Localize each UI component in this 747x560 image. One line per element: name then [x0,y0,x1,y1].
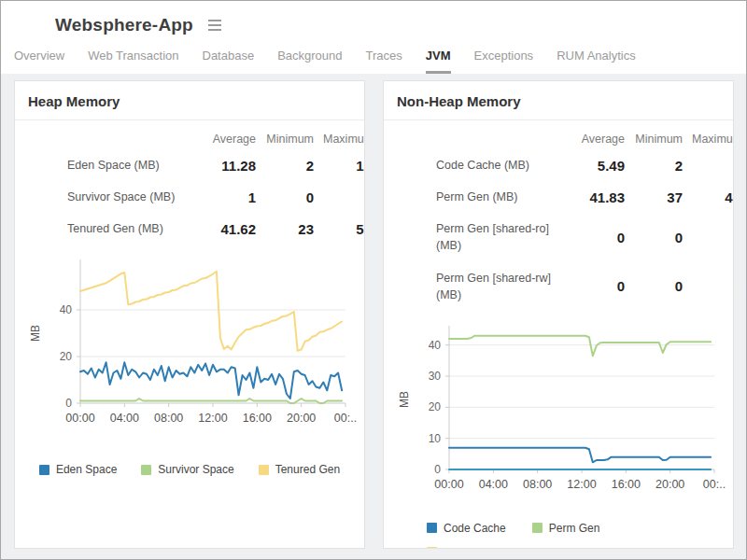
metric-minimum: 23 [265,221,323,237]
svg-text:20: 20 [60,350,73,363]
panel-title: Heap Memory [15,81,364,119]
legend-swatch-icon [427,547,437,549]
metric-average: 0 [576,230,634,245]
svg-text:40: 40 [429,338,442,351]
tab-overview[interactable]: Overview [14,49,64,74]
page-title: Websphere-App [55,15,193,35]
metric-average: 41.83 [576,189,634,205]
svg-text:00:00: 00:00 [65,412,94,425]
table-row: Code Cache (MB)5.4927 [436,149,734,181]
app-window: Websphere-App Overview Web Transaction D… [0,0,747,560]
metric-maximum: 0 [692,278,734,294]
svg-text:04:00: 04:00 [110,412,139,425]
metric-average: 11.28 [207,158,265,174]
svg-text:08:00: 08:00 [523,478,552,491]
svg-text:10: 10 [429,431,442,444]
series-line-survivor-space [80,399,342,403]
series-line-perm-gen [449,335,711,356]
metric-label: Survivor Space (MB) [67,189,207,205]
legend-swatch-icon [141,465,151,475]
panel-title: Non-Heap Memory [384,81,733,119]
metric-label: Perm Gen [shared-ro] (MB) [436,220,576,254]
tab-rum-analytics[interactable]: RUM Analytics [557,49,636,74]
svg-text:00:00: 00:00 [434,478,463,491]
non-heap-memory-chart: 010203040MB00:0004:0008:0012:0016:0020:0… [393,322,733,507]
metric-minimum: 0 [634,230,692,245]
tab-traces[interactable]: Traces [366,49,402,74]
divider [384,119,733,120]
non-heap-memory-table: AverageMinimumMaximumCode Cache (MB)5.49… [436,126,734,311]
series-line-code-cache [449,447,711,462]
metric-label: Perm Gen [shared-rw] (MB) [436,270,576,303]
table-header-row: AverageMinimumMaximum [436,126,734,149]
metric-maximum: 18 [323,158,365,174]
svg-text:16:00: 16:00 [612,478,641,491]
tab-bar: Overview Web Transaction Database Backgr… [1,45,746,74]
metric-label: Perm Gen (MB) [436,189,576,205]
metric-maximum: 43 [692,189,734,205]
metric-minimum: 0 [634,278,692,294]
metric-average: 0 [576,278,634,294]
heap-chart-svg: 02040MB00:0004:0008:0012:0016:0020:0000:… [24,256,357,441]
tab-web-transaction[interactable]: Web Transaction [88,49,178,74]
metric-average: 1 [207,189,265,205]
legend-swatch-icon [532,523,543,533]
table-row: Perm Gen [shared-rw] (MB)000 [436,262,734,311]
legend-item[interactable]: Tenured Gen [259,463,340,476]
metric-average: 41.62 [207,221,265,237]
svg-text:00:..: 00:.. [334,412,357,425]
table-header-row: AverageMinimumMaximum [67,126,365,149]
heap-memory-panel: Heap Memory AverageMinimumMaximumEden Sp… [14,80,365,549]
legend-item[interactable]: Eden Space [39,463,117,476]
svg-text:12:00: 12:00 [567,478,596,491]
metric-minimum: 37 [634,189,692,205]
legend-label: Perm Gen [shared-ro] [444,546,552,549]
tab-jvm[interactable]: JVM [426,49,451,74]
legend-label: Tenured Gen [275,463,340,476]
legend-swatch-icon [259,465,269,475]
legend-item[interactable]: Perm Gen [532,522,600,535]
app-header: Websphere-App [1,1,746,45]
svg-text:20: 20 [429,400,442,413]
metric-label: Tenured Gen (MB) [67,220,207,237]
metric-maximum: 0 [692,230,734,245]
svg-text:40: 40 [60,303,73,316]
hamburger-menu-icon[interactable] [206,17,223,34]
legend-item[interactable]: Perm Gen [shared-ro] [427,546,552,549]
metric-minimum: 2 [265,158,323,174]
heap-memory-chart: 02040MB00:0004:0008:0012:0016:0020:0000:… [24,256,364,441]
svg-text:30: 30 [429,370,442,383]
legend-item[interactable]: Code Cache [427,522,506,535]
table-row: Survivor Space (MB)102 [67,181,365,213]
y-axis-label: MB [29,325,42,342]
column-header: Minimum [265,133,323,146]
legend-label: Code Cache [444,522,506,535]
nonheap-chart-svg: 010203040MB00:0004:0008:0012:0016:0020:0… [393,322,726,507]
legend-label: Survivor Space [158,463,233,476]
svg-text:08:00: 08:00 [154,412,183,425]
column-header: Maximum [323,133,365,146]
svg-text:0: 0 [434,463,441,476]
column-header: Average [207,133,265,146]
tab-database[interactable]: Database [203,49,255,74]
dashboard-content: Heap Memory AverageMinimumMaximumEden Sp… [1,74,746,559]
tab-exceptions[interactable]: Exceptions [474,49,534,74]
metric-label: Code Cache (MB) [436,157,576,174]
table-row: Tenured Gen (MB)41.622357 [67,213,365,245]
svg-text:16:00: 16:00 [243,412,272,425]
legend-item[interactable]: Survivor Space [141,463,233,476]
svg-text:04:00: 04:00 [479,478,508,491]
legend-label: Perm Gen [549,522,600,535]
tab-background[interactable]: Background [277,49,342,74]
metric-average: 5.49 [576,158,634,174]
series-line-tenured-gen [80,272,342,351]
column-header: Maximum [692,133,734,146]
series-line-eden-space [80,363,342,399]
table-row: Eden Space (MB)11.28218 [67,149,365,181]
metric-label: Eden Space (MB) [67,157,207,174]
svg-text:20:00: 20:00 [287,412,316,425]
column-header: Average [576,133,634,146]
y-axis-label: MB [398,391,411,408]
non-heap-memory-panel: Non-Heap Memory AverageMinimumMaximumCod… [383,80,734,549]
metric-maximum: 7 [692,158,734,174]
